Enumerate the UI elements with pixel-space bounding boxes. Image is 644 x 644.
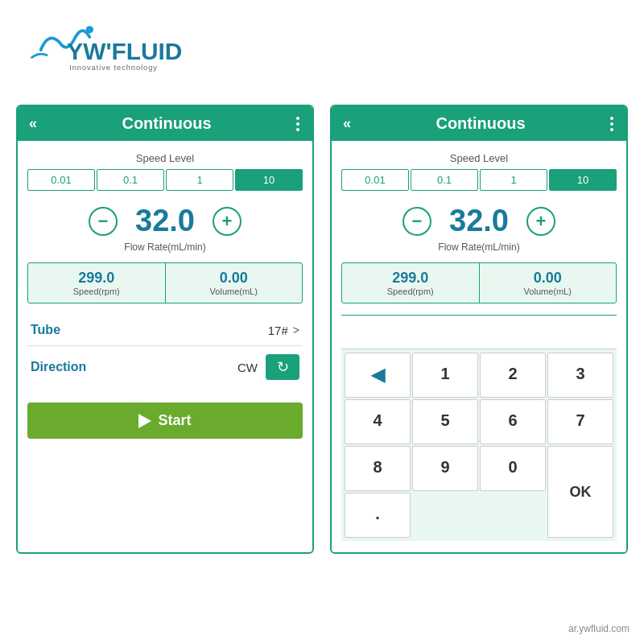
svg-point-0 <box>86 26 93 33</box>
num-btn-1[interactable]: 1 <box>412 353 478 398</box>
num-btn-0[interactable]: 0 <box>480 446 546 491</box>
speed-level-label-left: Speed Level <box>27 152 303 164</box>
num-btn-5[interactable]: 5 <box>412 399 478 444</box>
speed-value-right: 299.0 <box>345 270 476 287</box>
flow-value-left: 32.0 <box>129 204 201 238</box>
speed-btn-001-left[interactable]: 0.01 <box>27 169 95 191</box>
volume-label-right: Volume(mL) <box>483 287 613 296</box>
back-icon-right[interactable]: « <box>343 115 351 132</box>
speed-label-left: Speed(rpm) <box>31 287 162 296</box>
minus-btn-right[interactable]: − <box>402 207 431 236</box>
volume-cell-right: 0.00 Volume(mL) <box>480 263 617 303</box>
flow-unit-right: Flow Rate(mL/min) <box>341 242 617 253</box>
volume-value-right: 0.00 <box>483 270 613 287</box>
num-btn-8[interactable]: 8 <box>345 446 411 491</box>
watermark: ar.ywfluid.com <box>568 623 630 634</box>
tube-value[interactable]: 17# > <box>268 324 299 337</box>
volume-cell-left: 0.00 Volume(mL) <box>166 263 303 303</box>
speed-btn-1-left[interactable]: 1 <box>166 169 233 191</box>
speed-buttons-left: 0.01 0.1 1 10 <box>27 169 303 191</box>
flow-unit-left: Flow Rate(mL/min) <box>27 242 303 253</box>
speed-btn-10-right[interactable]: 10 <box>549 169 617 191</box>
numpad-input[interactable] <box>341 316 617 349</box>
play-icon <box>138 414 151 428</box>
speed-btn-01-right[interactable]: 0.1 <box>411 169 478 191</box>
num-btn-9[interactable]: 9 <box>412 446 478 491</box>
speed-btn-10-left[interactable]: 10 <box>235 169 303 191</box>
logo: YW'FLUID Innovative technology <box>24 16 185 72</box>
back-icon-left[interactable]: « <box>29 115 37 132</box>
direction-right: CW ↻ <box>237 354 299 380</box>
direction-label: Direction <box>31 360 86 374</box>
tube-chevron: > <box>293 324 299 336</box>
direction-row: Direction CW ↻ <box>27 346 303 388</box>
panels-container: « Continuous Speed Level 0.01 0.1 1 10 −… <box>16 105 628 554</box>
speed-btn-001-right[interactable]: 0.01 <box>341 169 409 191</box>
direction-toggle[interactable]: ↻ <box>266 354 299 380</box>
flow-rate-row-right: − 32.0 + <box>341 204 617 238</box>
minus-btn-left[interactable]: − <box>89 207 118 236</box>
numpad-area: 1 2 3 ◀ 4 5 6 OK 7 8 9 0 . <box>341 315 617 541</box>
left-panel-body: Speed Level 0.01 0.1 1 10 − 32.0 + Flow … <box>18 141 312 450</box>
num-btn-6[interactable]: 6 <box>480 399 546 444</box>
flow-rate-row-left: − 32.0 + <box>27 204 303 238</box>
num-btn-empty <box>412 493 478 538</box>
right-panel: « Continuous Speed Level 0.01 0.1 1 10 −… <box>330 105 628 554</box>
start-label: Start <box>158 412 191 429</box>
speed-btn-01-left[interactable]: 0.1 <box>97 169 164 191</box>
speed-btn-1-right[interactable]: 1 <box>480 169 547 191</box>
num-btn-dot[interactable]: . <box>345 493 411 538</box>
left-panel-title: Continuous <box>45 114 288 133</box>
num-btn-2[interactable]: 2 <box>480 353 546 398</box>
ok-button[interactable]: OK <box>547 446 613 538</box>
num-btn-7[interactable]: 7 <box>547 399 613 444</box>
speed-value-left: 299.0 <box>31 270 162 287</box>
logo-svg: YW'FLUID Innovative technology <box>24 16 185 72</box>
svg-text:YW'FLUID: YW'FLUID <box>67 38 182 64</box>
volume-label-left: Volume(mL) <box>169 287 299 296</box>
flow-value-right: 32.0 <box>443 204 515 238</box>
num-btn-4[interactable]: 4 <box>345 399 411 444</box>
start-button[interactable]: Start <box>27 402 303 439</box>
direction-value: CW <box>237 361 258 374</box>
numpad-grid: 1 2 3 ◀ 4 5 6 OK 7 8 9 0 . <box>341 349 617 541</box>
tube-row: Tube 17# > <box>27 315 303 346</box>
right-panel-title: Continuous <box>359 114 602 133</box>
rotate-icon: ↻ <box>277 358 289 376</box>
right-panel-header: « Continuous <box>332 106 626 141</box>
right-panel-body: Speed Level 0.01 0.1 1 10 − 32.0 + Flow … <box>332 141 626 552</box>
tube-label: Tube <box>31 323 60 337</box>
speed-cell-right: 299.0 Speed(rpm) <box>342 263 480 303</box>
speed-cell-left: 299.0 Speed(rpm) <box>28 263 166 303</box>
plus-btn-right[interactable]: + <box>526 207 555 236</box>
sv-row-right: 299.0 Speed(rpm) 0.00 Volume(mL) <box>341 262 617 303</box>
speed-buttons-right: 0.01 0.1 1 10 <box>341 169 617 191</box>
sv-row-left: 299.0 Speed(rpm) 0.00 Volume(mL) <box>27 262 303 303</box>
plus-btn-left[interactable]: + <box>213 207 242 236</box>
backspace-btn[interactable]: ◀ <box>345 353 411 398</box>
left-panel-header: « Continuous <box>18 106 312 141</box>
volume-value-left: 0.00 <box>169 270 299 287</box>
menu-icon-left[interactable] <box>296 117 301 131</box>
svg-text:Innovative technology: Innovative technology <box>69 64 158 72</box>
num-btn-3[interactable]: 3 <box>547 353 613 398</box>
speed-rpm-label-right: Speed(rpm) <box>345 287 476 296</box>
speed-level-label-right: Speed Level <box>341 152 617 164</box>
menu-icon-right[interactable] <box>610 117 615 131</box>
left-panel: « Continuous Speed Level 0.01 0.1 1 10 −… <box>16 105 314 554</box>
